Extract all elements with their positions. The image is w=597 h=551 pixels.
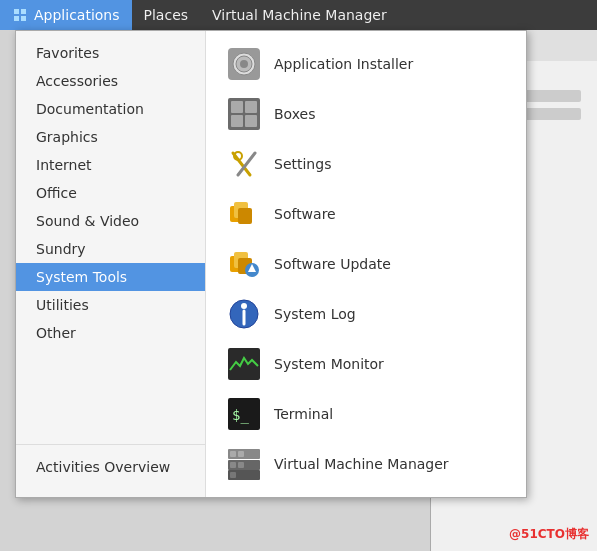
app-system-monitor[interactable]: System Monitor [206, 339, 526, 389]
svg-rect-3 [21, 16, 26, 21]
category-sundry[interactable]: Sundry [16, 235, 205, 263]
vmm-label: Virtual Machine Manager [212, 7, 387, 23]
svg-rect-10 [245, 101, 257, 113]
app-label: Terminal [274, 406, 333, 422]
app-application-installer[interactable]: Application Installer [206, 39, 526, 89]
app-settings[interactable]: Settings [206, 139, 526, 189]
svg-rect-1 [21, 9, 26, 14]
boxes-icon [226, 96, 262, 132]
svg-rect-36 [238, 462, 244, 468]
system-monitor-icon [226, 346, 262, 382]
app-software-update[interactable]: Software Update [206, 239, 526, 289]
vmm-menu[interactable]: Virtual Machine Manager [200, 0, 399, 30]
applications-icon [12, 7, 28, 23]
app-label: Virtual Machine Manager [274, 456, 449, 472]
app-label: System Monitor [274, 356, 384, 372]
app-virtual-machine-manager[interactable]: Virtual Machine Manager [206, 439, 526, 489]
svg-rect-18 [238, 208, 252, 224]
software-icon [226, 196, 262, 232]
svg-text:$_: $_ [232, 407, 249, 424]
app-label: Software [274, 206, 336, 222]
app-terminal[interactable]: $_ Terminal [206, 389, 526, 439]
svg-point-25 [241, 303, 247, 309]
applications-label: Applications [34, 7, 120, 23]
app-label: Settings [274, 156, 331, 172]
category-utilities[interactable]: Utilities [16, 291, 205, 319]
category-system-tools[interactable]: System Tools [16, 263, 205, 291]
app-boxes[interactable]: Boxes [206, 89, 526, 139]
svg-rect-9 [231, 101, 243, 113]
system-log-icon [226, 296, 262, 332]
top-menubar: Applications Places Virtual Machine Mana… [0, 0, 597, 30]
svg-rect-34 [238, 451, 244, 457]
svg-rect-12 [245, 115, 257, 127]
category-favorites[interactable]: Favorites [16, 39, 205, 67]
category-sound-video[interactable]: Sound & Video [16, 207, 205, 235]
app-label: Application Installer [274, 56, 413, 72]
app-label: Software Update [274, 256, 391, 272]
svg-rect-37 [230, 472, 236, 478]
svg-rect-35 [230, 462, 236, 468]
svg-rect-11 [231, 115, 243, 127]
app-label: System Log [274, 306, 356, 322]
categories-panel: Favorites Accessories Documentation Grap… [16, 31, 206, 497]
places-label: Places [144, 7, 189, 23]
category-documentation[interactable]: Documentation [16, 95, 205, 123]
applications-dropdown: Favorites Accessories Documentation Grap… [15, 30, 527, 498]
applications-menu[interactable]: Applications [0, 0, 132, 30]
activities-overview[interactable]: Activities Overview [16, 453, 205, 481]
category-accessories[interactable]: Accessories [16, 67, 205, 95]
svg-rect-33 [230, 451, 236, 457]
app-label: Boxes [274, 106, 316, 122]
svg-rect-0 [14, 9, 19, 14]
app-software[interactable]: Software [206, 189, 526, 239]
places-menu[interactable]: Places [132, 0, 201, 30]
software-update-icon [226, 246, 262, 282]
left-panel-inner: Favorites Accessories Documentation Grap… [16, 39, 205, 489]
category-internet[interactable]: Internet [16, 151, 205, 179]
installer-icon [226, 46, 262, 82]
apps-panel: Application Installer Boxes [206, 31, 526, 497]
settings-icon [226, 146, 262, 182]
watermark: @51CTO博客 [509, 526, 589, 543]
vmm-icon [226, 446, 262, 482]
svg-rect-2 [14, 16, 19, 21]
app-system-log[interactable]: System Log [206, 289, 526, 339]
category-list: Favorites Accessories Documentation Grap… [16, 39, 205, 444]
left-panel-footer: Activities Overview [16, 444, 205, 489]
category-office[interactable]: Office [16, 179, 205, 207]
terminal-icon: $_ [226, 396, 262, 432]
category-graphics[interactable]: Graphics [16, 123, 205, 151]
svg-point-7 [240, 60, 248, 68]
category-other[interactable]: Other [16, 319, 205, 347]
